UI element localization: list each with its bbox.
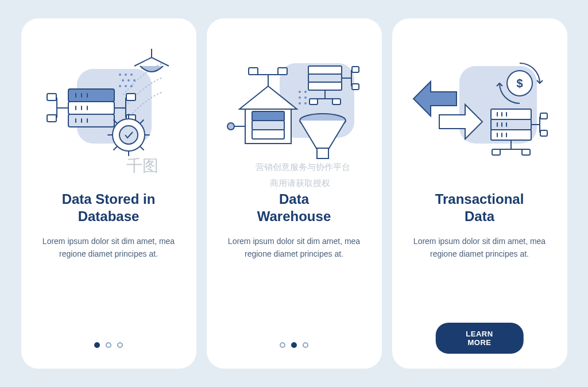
svg-point-6 [127,79,130,82]
svg-point-57 [299,102,301,105]
svg-rect-62 [252,130,284,139]
svg-point-3 [125,73,127,76]
card-title: Data Stored inDatabase [62,191,156,225]
pager-dot[interactable] [291,342,297,348]
card-transactional: $ [392,18,567,369]
pager-dot[interactable] [303,342,308,348]
warehouse-illustration-icon [222,34,366,172]
svg-point-40 [119,126,138,144]
card-database: Data Stored inDatabase Lorem ipsum dolor… [21,18,196,369]
svg-rect-93 [540,130,547,136]
svg-point-58 [304,102,307,105]
svg-rect-48 [332,99,341,105]
svg-point-8 [119,85,121,87]
svg-point-5 [122,79,124,82]
pager-dot[interactable] [106,342,111,348]
svg-rect-52 [352,84,359,90]
svg-line-38 [114,146,117,150]
svg-rect-47 [310,99,318,105]
svg-line-37 [140,146,144,150]
svg-point-2 [119,73,121,76]
transactional-illustration-icon: $ [408,34,551,172]
pager-dot[interactable] [94,342,100,348]
svg-point-9 [125,85,127,87]
pager-dot[interactable] [117,342,123,348]
watermark-line2: 商用请获取授权 [270,178,330,189]
svg-rect-51 [352,67,359,72]
database-illustration-icon [37,34,180,172]
card-title: DataWarehouse [257,191,331,225]
svg-point-68 [227,123,234,130]
svg-point-7 [133,79,136,82]
svg-rect-42 [308,66,342,74]
svg-point-53 [299,91,301,93]
card-description: Lorem ipsum dolor sit dim amet, mea regi… [36,235,181,260]
card-warehouse: 营销创意服务与协作平台 商用请获取授权 [207,18,382,369]
svg-rect-66 [278,68,287,75]
svg-rect-92 [540,113,547,119]
svg-point-54 [304,91,307,93]
page-indicator [21,342,196,348]
pager-dot[interactable] [280,342,285,348]
svg-rect-70 [317,148,328,158]
card-title: TransactionalData [435,191,524,225]
svg-rect-89 [522,149,530,155]
svg-point-56 [304,96,307,99]
page-indicator [207,342,382,348]
card-description: Lorem ipsum dolor sit dim amet, mea regi… [407,235,552,260]
svg-rect-43 [308,74,342,82]
learn-more-button[interactable]: LEARN MORE [436,323,524,354]
svg-rect-88 [492,149,500,155]
svg-rect-65 [249,68,258,75]
svg-point-10 [130,85,133,87]
svg-rect-25 [47,94,56,100]
svg-point-55 [299,96,301,99]
svg-rect-29 [126,94,136,100]
svg-rect-61 [252,121,284,130]
card-description: Lorem ipsum dolor sit dim amet, mea regi… [222,235,367,260]
svg-rect-60 [252,111,284,121]
svg-rect-44 [308,82,342,90]
svg-text:$: $ [516,77,523,90]
svg-rect-26 [47,115,56,122]
svg-point-4 [130,73,133,76]
